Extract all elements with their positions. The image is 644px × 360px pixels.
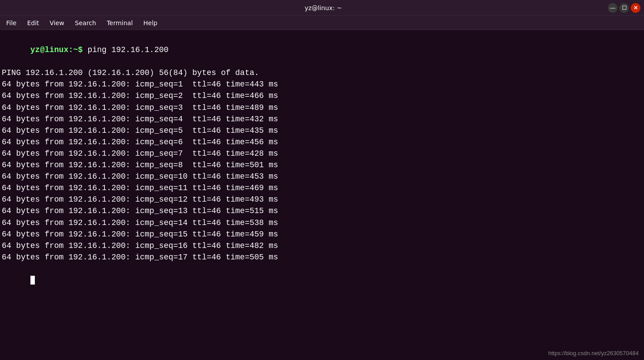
cursor-line (2, 263, 641, 297)
ping-line: 64 bytes from 192.16.1.200: icmp_seq=2 t… (2, 90, 641, 101)
menu-item-edit[interactable]: Edit (22, 18, 43, 28)
ping-line: 64 bytes from 192.16.1.200: icmp_seq=7 t… (2, 148, 641, 159)
menu-item-file[interactable]: File (2, 18, 21, 28)
terminal-cursor (30, 276, 35, 285)
close-button[interactable]: ✕ (631, 3, 640, 13)
menu-item-view[interactable]: View (45, 18, 69, 28)
ping-line: 64 bytes from 192.16.1.200: icmp_seq=11 … (2, 182, 641, 194)
ping-line: 64 bytes from 192.16.1.200: icmp_seq=13 … (2, 205, 641, 217)
command-text: ping 192.16.1.200 (83, 45, 168, 54)
ping-line: 64 bytes from 192.16.1.200: icmp_seq=10 … (2, 171, 641, 182)
menu-item-terminal[interactable]: Terminal (102, 18, 137, 28)
title-bar: yz@linux: ~ — ☐ ✕ (0, 0, 644, 16)
watermark: https://blog.csdn.net/yz2630570484 (548, 350, 639, 356)
menu-item-help[interactable]: Help (139, 18, 162, 28)
ping-header: PING 192.16.1.200 (192.16.1.200) 56(84) … (2, 67, 641, 79)
ping-line: 64 bytes from 192.16.1.200: icmp_seq=1 t… (2, 79, 641, 90)
terminal-window: yz@linux: ~ — ☐ ✕ FileEditViewSearchTerm… (0, 0, 644, 360)
ping-line: 64 bytes from 192.16.1.200: icmp_seq=12 … (2, 194, 641, 205)
ping-line: 64 bytes from 192.16.1.200: icmp_seq=17 … (2, 251, 641, 263)
command-line: yz@linux:~$ ping 192.16.1.200 (2, 33, 641, 67)
ping-line: 64 bytes from 192.16.1.200: icmp_seq=5 t… (2, 125, 641, 136)
maximize-button[interactable]: ☐ (619, 3, 629, 13)
menu-bar: FileEditViewSearchTerminalHelp (0, 16, 644, 30)
ping-line: 64 bytes from 192.16.1.200: icmp_seq=15 … (2, 229, 641, 240)
ping-line: 64 bytes from 192.16.1.200: icmp_seq=8 t… (2, 159, 641, 171)
terminal-body[interactable]: yz@linux:~$ ping 192.16.1.200 PING 192.1… (0, 30, 644, 360)
ping-line: 64 bytes from 192.16.1.200: icmp_seq=4 t… (2, 113, 641, 125)
ping-output: 64 bytes from 192.16.1.200: icmp_seq=1 t… (2, 79, 641, 263)
menu-item-search[interactable]: Search (71, 18, 101, 28)
window-controls: — ☐ ✕ (608, 3, 640, 13)
minimize-button[interactable]: — (608, 3, 618, 13)
ping-line: 64 bytes from 192.16.1.200: icmp_seq=14 … (2, 217, 641, 229)
window-title: yz@linux: ~ (39, 4, 608, 11)
ping-line: 64 bytes from 192.16.1.200: icmp_seq=3 t… (2, 102, 641, 113)
prompt-user: yz@linux:~$ (30, 45, 83, 54)
ping-line: 64 bytes from 192.16.1.200: icmp_seq=16 … (2, 240, 641, 251)
ping-line: 64 bytes from 192.16.1.200: icmp_seq=6 t… (2, 136, 641, 148)
